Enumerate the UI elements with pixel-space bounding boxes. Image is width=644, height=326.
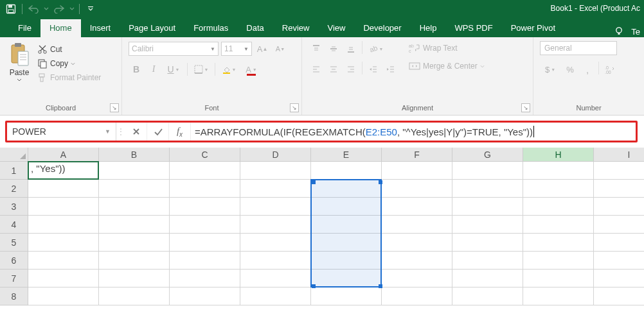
percent-format-icon[interactable]: % [562,62,578,77]
cell[interactable] [382,252,452,270]
cell[interactable] [170,252,240,270]
align-bottom-icon[interactable] [343,41,359,56]
cell[interactable] [28,180,99,198]
align-middle-icon[interactable] [326,41,341,56]
select-all-corner[interactable] [0,148,28,162]
cell[interactable] [382,270,452,287]
cell[interactable] [170,234,240,252]
cell[interactable] [523,180,594,198]
cell[interactable] [311,270,382,287]
row-header[interactable]: 4 [0,216,28,234]
name-box-dropdown-icon[interactable]: ▼ [105,128,111,135]
cell[interactable] [523,162,594,180]
underline-button[interactable]: U▼ [163,62,184,77]
cell[interactable] [452,180,523,198]
align-right-icon[interactable] [343,62,359,77]
cell[interactable] [452,198,523,216]
cell[interactable] [28,270,99,287]
tab-page-layout[interactable]: Page Layout [120,19,184,37]
cell[interactable] [170,216,240,234]
tab-help[interactable]: Help [411,19,446,37]
column-header[interactable]: G [452,148,523,162]
redo-dropdown-icon[interactable] [69,2,75,16]
cell[interactable] [311,216,382,234]
align-center-icon[interactable] [326,62,341,77]
fill-color-button[interactable]: ▼ [219,62,239,77]
cell[interactable] [523,252,594,270]
font-name-combo[interactable]: Calibri▼ [129,42,219,56]
row-header[interactable]: 3 [0,198,28,216]
tell-me-label[interactable]: Te [631,27,640,37]
undo-dropdown-icon[interactable] [43,2,49,16]
cell[interactable] [240,270,311,287]
cell[interactable] [594,234,644,252]
borders-button[interactable]: ▼ [191,62,211,77]
row-header[interactable]: 2 [0,180,28,198]
column-header[interactable]: H [523,148,594,162]
cell[interactable] [311,180,382,198]
tab-wps-pdf[interactable]: WPS PDF [445,19,501,37]
cell[interactable] [99,270,170,287]
cell[interactable] [311,287,382,305]
paste-button[interactable]: Paste [6,41,32,83]
cell[interactable] [523,198,594,216]
cell[interactable] [240,216,311,234]
tab-view[interactable]: View [318,19,354,37]
formula-input[interactable]: =ARRAYFORMULA(IF(REGEXMATCH(E2:E50, "^Ye… [191,123,636,141]
cell[interactable] [523,287,594,305]
copy-button[interactable]: Copy [36,58,102,69]
redo-icon[interactable] [52,2,66,16]
column-header[interactable]: D [240,148,311,162]
cell[interactable] [382,180,452,198]
cell[interactable] [452,287,523,305]
orientation-icon[interactable]: ab▼ [366,41,386,56]
merge-center-button[interactable]: Merge & Center [407,60,486,72]
cell[interactable] [594,252,644,270]
tab-developer[interactable]: Developer [354,19,410,37]
cell[interactable] [28,234,99,252]
tab-review[interactable]: Review [273,19,319,37]
alignment-launcher-icon[interactable]: ↘ [521,103,530,112]
cell[interactable] [594,216,644,234]
cell[interactable] [99,180,170,198]
number-format-combo[interactable]: General [540,41,617,55]
column-header[interactable]: A [28,148,99,162]
tab-power-pivot[interactable]: Power Pivot [502,19,564,37]
cell[interactable] [240,180,311,198]
cell[interactable] [523,216,594,234]
cell[interactable] [594,198,644,216]
cells-area[interactable]: , "Yes")) [28,162,644,305]
cell[interactable] [99,252,170,270]
align-top-icon[interactable] [309,41,324,56]
tab-formulas[interactable]: Formulas [184,19,237,37]
decrease-indent-icon[interactable] [366,62,381,77]
cell[interactable] [28,252,99,270]
row-header[interactable]: 7 [0,270,28,287]
cell[interactable] [170,270,240,287]
italic-button[interactable]: I [146,62,161,77]
tab-insert[interactable]: Insert [81,19,120,37]
cell[interactable] [594,180,644,198]
column-header[interactable]: E [311,148,382,162]
tell-me-icon[interactable] [613,26,625,37]
clipboard-launcher-icon[interactable]: ↘ [110,103,119,112]
cell[interactable] [452,270,523,287]
qat-customize-icon[interactable] [84,2,98,16]
increase-decimal-icon[interactable]: .0.00 [602,62,618,77]
cell[interactable] [594,287,644,305]
cell[interactable] [170,162,240,180]
row-header[interactable]: 5 [0,234,28,252]
cell[interactable] [452,162,523,180]
cell[interactable] [311,198,382,216]
increase-indent-icon[interactable] [383,62,398,77]
increase-font-icon[interactable]: A▲ [255,41,270,56]
cell[interactable] [28,198,99,216]
row-header[interactable]: 6 [0,252,28,270]
cell[interactable] [99,287,170,305]
bold-button[interactable]: B [129,62,144,77]
save-icon[interactable] [4,2,18,16]
cell[interactable] [240,252,311,270]
font-launcher-icon[interactable]: ↘ [290,103,299,112]
cell[interactable] [594,162,644,180]
cell[interactable] [240,162,311,180]
